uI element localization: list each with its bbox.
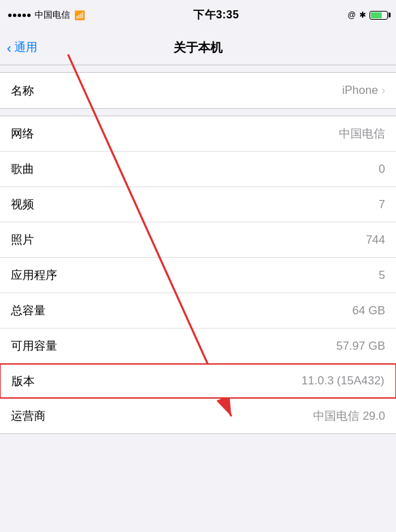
row-value-apps: 5 — [379, 269, 385, 282]
settings-row-videos: 视频7 — [0, 187, 396, 222]
settings-container: 名称iPhone›网络中国电信歌曲0视频7照片744应用程序5总容量64 GB可… — [0, 65, 396, 434]
signal-icon — [8, 14, 31, 17]
row-value-carrier: 中国电信 29.0 — [313, 408, 385, 424]
section-name: 名称iPhone› — [0, 72, 396, 109]
row-label-version: 版本 — [12, 373, 35, 389]
location-icon: @ — [348, 10, 356, 20]
carrier-name: 中国电信 — [35, 9, 70, 21]
row-label-apps: 应用程序 — [11, 267, 57, 283]
settings-row-available: 可用容量57.97 GB — [0, 329, 396, 364]
row-value-capacity: 64 GB — [352, 304, 385, 318]
row-label-songs: 歌曲 — [11, 161, 34, 177]
status-time: 下午3:35 — [193, 8, 239, 22]
battery-icon — [369, 11, 388, 20]
settings-row-name[interactable]: 名称iPhone› — [0, 73, 396, 108]
status-bar: 中国电信 📶 下午3:35 @ ✱ — [0, 0, 396, 30]
row-label-network: 网络 — [11, 126, 34, 142]
section-details: 网络中国电信歌曲0视频7照片744应用程序5总容量64 GB可用容量57.97 … — [0, 116, 396, 434]
bluetooth-icon: ✱ — [359, 10, 366, 20]
settings-row-photos: 照片744 — [0, 222, 396, 258]
row-value-text-videos: 7 — [379, 198, 385, 212]
row-value-name: iPhone› — [342, 84, 385, 97]
row-value-text-capacity: 64 GB — [352, 304, 385, 318]
row-label-capacity: 总容量 — [11, 303, 46, 318]
row-value-text-apps: 5 — [379, 269, 385, 282]
settings-row-network: 网络中国电信 — [0, 116, 396, 152]
row-value-photos: 744 — [366, 233, 385, 247]
nav-bar: ‹ 通用 关于本机 — [0, 30, 396, 65]
back-button[interactable]: ‹ 通用 — [7, 39, 37, 55]
row-label-carrier: 运营商 — [11, 408, 46, 424]
row-value-version: 11.0.3 (15A432) — [301, 374, 384, 388]
settings-row-capacity: 总容量64 GB — [0, 293, 396, 329]
back-chevron-icon: ‹ — [7, 41, 12, 54]
row-value-text-network: 中国电信 — [339, 126, 385, 142]
settings-row-carrier: 运营商中国电信 29.0 — [0, 398, 396, 433]
row-value-text-version: 11.0.3 (15A432) — [301, 374, 384, 388]
status-right: @ ✱ — [348, 10, 388, 20]
chevron-right-icon: › — [382, 84, 385, 97]
settings-row-version: 版本11.0.3 (15A432) — [0, 363, 396, 399]
row-label-name: 名称 — [11, 83, 34, 99]
row-label-available: 可用容量 — [11, 338, 57, 354]
row-value-text-available: 57.97 GB — [336, 339, 385, 353]
row-label-photos: 照片 — [11, 232, 34, 248]
back-label[interactable]: 通用 — [14, 39, 37, 55]
row-value-text-carrier: 中国电信 29.0 — [313, 408, 385, 424]
settings-row-apps: 应用程序5 — [0, 258, 396, 293]
row-value-available: 57.97 GB — [336, 339, 385, 353]
page-title: 关于本机 — [174, 39, 222, 56]
row-value-network: 中国电信 — [339, 126, 385, 142]
status-left: 中国电信 📶 — [8, 9, 85, 21]
settings-row-songs: 歌曲0 — [0, 152, 396, 187]
wifi-icon: 📶 — [74, 10, 85, 20]
row-value-text-photos: 744 — [366, 233, 385, 247]
row-value-videos: 7 — [379, 198, 385, 212]
row-label-videos: 视频 — [11, 197, 34, 212]
row-value-text-name: iPhone — [342, 84, 378, 97]
row-value-songs: 0 — [379, 163, 385, 176]
row-value-text-songs: 0 — [379, 163, 385, 176]
